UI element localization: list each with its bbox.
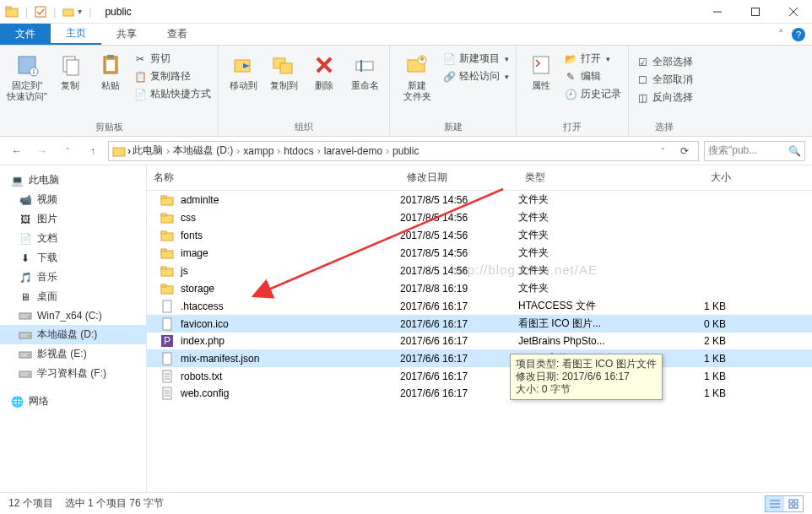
tree-this-pc[interactable]: 💻此电脑 [0,170,146,190]
delete-button[interactable]: 删除 [306,48,342,91]
move-to-button[interactable]: 移动到 [225,48,261,91]
ribbon-group-select: ☑全部选择 ☐全部取消 ◫反向选择 选择 [629,46,700,136]
help-button[interactable]: ? [792,28,805,41]
crumb-public[interactable]: public [392,145,419,157]
svg-rect-66 [794,500,798,503]
crumb-xampp[interactable]: xampp› [243,145,282,157]
file-row[interactable]: Pindex.php2017/6/6 16:17JetBrains PhpSto… [147,333,812,349]
forward-button[interactable]: → [32,141,52,161]
checkbox-icon[interactable] [35,6,46,18]
tree-item-2[interactable]: 📄文档 [0,229,146,248]
crumb-htdocs[interactable]: htdocs› [284,145,322,157]
back-button[interactable]: ← [7,141,27,161]
tree-item-8[interactable]: 影视盘 (E:) [0,344,146,364]
select-all-icon: ☑ [636,56,649,69]
close-button[interactable] [774,0,812,24]
file-row[interactable]: fonts2017/8/5 14:56文件夹 [147,226,812,244]
paste-shortcut-button[interactable]: 📄粘贴快捷方式 [133,87,211,101]
crumb-d[interactable]: 本地磁盘 (D:)› [173,143,241,158]
tree-item-3[interactable]: ⬇下载 [0,248,146,268]
svg-rect-32 [19,352,31,358]
file-row[interactable]: web.config2017/6/6 16:17XML Configurati.… [147,385,812,402]
icons-view-button[interactable] [784,496,803,511]
select-none-icon: ☐ [636,73,649,87]
tree-item-9[interactable]: 学习资料盘 (F:) [0,364,146,383]
details-view-button[interactable] [766,496,784,511]
recent-dropdown[interactable]: ˅ [57,141,78,161]
select-none-button[interactable]: ☐全部取消 [636,73,693,87]
file-row[interactable]: css2017/8/5 14:56文件夹 [147,208,812,226]
col-type[interactable]: 类型 [518,165,653,190]
easy-access-icon: 🔗 [442,70,456,84]
tree-item-5[interactable]: 🖥桌面 [0,287,146,306]
easy-access-button[interactable]: 🔗轻松访问▾ [442,69,509,84]
tree-item-0[interactable]: 📹视频 [0,190,146,209]
up-button[interactable]: ↑ [83,141,103,161]
tab-file[interactable]: 文件 [0,24,51,45]
invert-selection-button[interactable]: ◫反向选择 [636,90,693,105]
crumb-laravel[interactable]: laravel-demo› [324,145,391,157]
copy-button[interactable]: 复制 [52,48,88,91]
svg-rect-34 [19,371,31,377]
history-button[interactable]: 🕘历史记录 [564,87,621,101]
minimize-button[interactable] [698,0,736,24]
file-row[interactable]: adminlte2017/8/5 14:56文件夹 [147,191,812,208]
tab-view[interactable]: 查看 [152,24,203,45]
svg-rect-45 [161,267,166,269]
dropdown-history[interactable]: ˅ [652,147,673,155]
crumb-this-pc[interactable]: 此电脑› [133,143,171,158]
svg-rect-27 [113,148,125,156]
tree-item-4[interactable]: 🎵音乐 [0,268,146,287]
tree-item-7[interactable]: 本地磁盘 (D:) [0,325,146,344]
cut-button[interactable]: ✂剪切 [133,51,211,66]
tree-item-6[interactable]: Win7_x64 (C:) [0,306,146,325]
file-row[interactable]: robots.txt2017/6/6 16:17文本文档1 KB [147,367,812,385]
new-folder-button[interactable]: ✦新建 文件夹 [397,48,437,102]
titlebar: | | ▾ | public [0,0,812,24]
select-all-button[interactable]: ☑全部选择 [636,55,693,69]
shortcut-icon: 📄 [133,88,147,101]
col-date[interactable]: 修改日期 [400,165,518,190]
file-row[interactable]: mix-manifest.json2017/6/6 16:17JSON 文件1 … [147,349,812,367]
separator: | [25,6,28,18]
svg-rect-52 [163,353,171,365]
svg-rect-12 [67,60,78,75]
col-name[interactable]: 名称 [147,165,400,190]
dropdown-icon[interactable]: ▾ [78,7,82,16]
svg-rect-30 [19,333,31,338]
path-icon: 📋 [133,70,147,84]
folder-icon [160,282,174,295]
svg-point-33 [28,354,30,356]
status-bar: 12 个项目 选中 1 个项目 76 字节 [0,492,812,514]
new-item-button[interactable]: 📄新建项目▾ [442,51,509,66]
rename-button[interactable]: 重命名 [347,48,382,91]
breadcrumb[interactable]: › 此电脑› 本地磁盘 (D:)› xampp› htdocs› laravel… [108,141,699,161]
tree-item-1[interactable]: 🖼图片 [0,209,146,229]
copy-path-button[interactable]: 📋复制路径 [133,69,211,84]
file-row[interactable]: .htaccess2017/6/6 16:17HTACCESS 文件1 KB [147,297,812,315]
collapse-ribbon-button[interactable]: ˄ [778,29,783,41]
file-row[interactable]: js2017/8/5 14:56文件夹 [147,262,812,279]
file-icon [160,300,174,313]
tree-network[interactable]: 🌐网络 [0,392,146,411]
properties-button[interactable]: 属性 [523,48,559,91]
file-row[interactable]: image2017/8/5 14:56文件夹 [147,244,812,262]
svg-rect-18 [280,63,292,73]
tab-home[interactable]: 主页 [51,24,101,45]
refresh-button[interactable]: ⟳ [674,145,695,157]
status-count: 12 个项目 [8,496,53,511]
file-list: 名称 修改日期 类型 大小 adminlte2017/8/5 14:56文件夹c… [147,165,812,492]
paste-button[interactable]: 粘贴 [93,48,128,91]
col-size[interactable]: 大小 [653,165,738,190]
svg-rect-2 [35,7,46,17]
pin-to-quick-access-button[interactable]: 固定到" 快速访问" [7,48,47,102]
search-input[interactable]: 搜索"pub... 🔍 [704,141,805,161]
ribbon-group-organize: 移动到 复制到 删除 重命名 组织 [219,46,390,136]
open-button[interactable]: 📂打开▾ [564,51,621,66]
file-row[interactable]: storage2017/8/8 16:19文件夹 [147,279,812,297]
edit-button[interactable]: ✎编辑 [564,69,621,84]
file-row[interactable]: favicon.ico2017/6/6 16:17看图王 ICO 图片...0 … [147,315,812,333]
tab-share[interactable]: 共享 [101,24,152,45]
copy-to-button[interactable]: 复制到 [266,48,301,91]
maximize-button[interactable] [736,0,774,24]
